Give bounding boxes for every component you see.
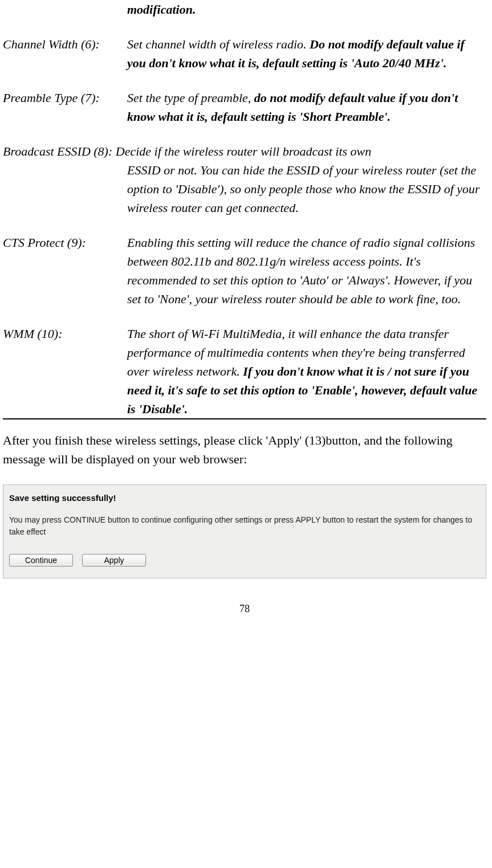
definition-cts-protect: Enabling this setting will reduce the ch… xyxy=(127,233,486,308)
definition-preamble-type: Set the type of preamble, do not modify … xyxy=(127,88,486,126)
apply-button[interactable]: Apply xyxy=(82,554,146,567)
continue-button[interactable]: Continue xyxy=(9,554,73,567)
definition-row: Broadcast ESSID (8): Decide if the wirel… xyxy=(3,142,486,217)
term-wmm: WMM (10): xyxy=(3,324,127,418)
definition-row: CTS Protect (9): Enabling this setting w… xyxy=(3,233,486,308)
definition-row: Preamble Type (7): Set the type of pream… xyxy=(3,88,486,126)
dialog-title: Save setting successfully! xyxy=(9,492,480,505)
save-success-dialog: Save setting successfully! You may press… xyxy=(3,484,486,578)
definition-row: Channel Width (6): Set channel width of … xyxy=(3,35,486,72)
term-channel-width: Channel Width (6): xyxy=(3,35,127,72)
section-divider xyxy=(3,418,486,419)
prev-page-fragment: modification. xyxy=(127,0,486,19)
definition-text: Set the type of preamble, xyxy=(127,91,254,105)
body-paragraph: After you finish these wireless settings… xyxy=(3,431,486,468)
definition-channel-width: Set channel width of wireless radio. Do … xyxy=(127,35,486,72)
dialog-message: You may press CONTINUE button to continu… xyxy=(9,514,480,538)
definition-broadcast-essid-remainder: ESSID or not. You can hide the ESSID of … xyxy=(127,161,486,217)
definition-text: Set channel width of wireless radio. xyxy=(127,37,310,51)
dialog-button-row: Continue Apply xyxy=(9,554,480,567)
term-preamble-type: Preamble Type (7): xyxy=(3,88,127,126)
definition-wmm: The short of Wi-Fi MultiMedia, it will e… xyxy=(127,324,486,418)
definition-row: WMM (10): The short of Wi-Fi MultiMedia,… xyxy=(3,324,486,418)
definition-text: Enabling this setting will reduce the ch… xyxy=(127,235,475,306)
page-number: 78 xyxy=(3,601,486,617)
term-cts-protect: CTS Protect (9): xyxy=(3,233,127,308)
term-broadcast-essid: Broadcast ESSID (8): xyxy=(3,144,112,158)
definition-broadcast-essid-inline: Decide if the wireless router will broad… xyxy=(116,144,372,158)
